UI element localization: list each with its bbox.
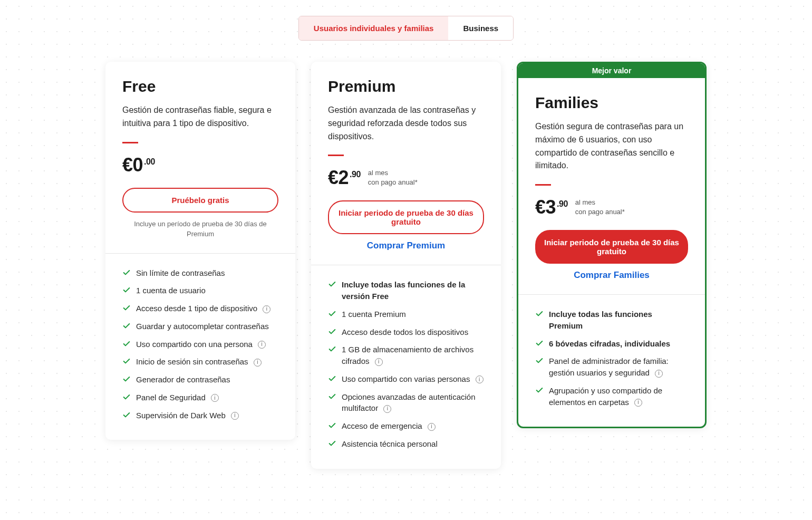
divider-accent [122, 142, 138, 143]
plan-card-free: Free Gestión de contraseñas fiable, segu… [105, 62, 295, 440]
feature-item: Incluye todas las funciones de la versió… [328, 279, 484, 302]
check-icon [122, 340, 131, 348]
plan-desc: Gestión segura de contraseñas para un má… [535, 120, 688, 172]
feature-text: Agrupación y uso compartido de elementos… [549, 385, 688, 408]
feature-text: Uso compartido con una persona i [136, 339, 266, 350]
feature-text: Opciones avanzadas de autenticación mult… [342, 391, 484, 415]
currency: € [328, 167, 339, 188]
info-icon[interactable]: i [428, 423, 436, 431]
info-icon[interactable]: i [476, 375, 484, 383]
plan-tabs-inner: Usuarios individuales y familias Busines… [298, 16, 514, 41]
info-icon[interactable]: i [263, 305, 270, 313]
check-icon [122, 357, 131, 365]
price-sub-line2: con pago anual* [575, 207, 625, 217]
feature-item: Incluye todas las funciones Premium [535, 309, 688, 332]
feature-text: 1 cuenta Premium [342, 309, 406, 320]
cta-premium[interactable]: Iniciar periodo de prueba de 30 días gra… [328, 200, 484, 234]
feature-item: Agrupación y uso compartido de elementos… [535, 385, 688, 408]
plan-desc: Gestión de contraseñas fiable, segura e … [122, 104, 278, 130]
feature-item: 6 bóvedas cifradas, individuales [535, 338, 688, 350]
check-icon [328, 328, 336, 336]
feature-item: Uso compartido con una persona i [122, 339, 278, 350]
check-icon [535, 357, 544, 365]
features-families: Incluye todas las funciones Premium6 bóv… [518, 295, 705, 427]
feature-text: Inicio de sesión sin contraseñas i [136, 356, 262, 368]
check-icon [328, 310, 336, 318]
plan-name: Premium [328, 78, 484, 95]
price-sub-line2: con pago anual* [368, 178, 418, 187]
features-free: Sin límite de contraseñas1 cuenta de usu… [105, 254, 295, 440]
currency: € [122, 154, 133, 176]
price-cents: .90 [350, 170, 361, 179]
feature-text: 1 cuenta de usuario [136, 285, 206, 296]
feature-text: Panel de Seguridad i [136, 392, 219, 403]
price-amount: 2 [339, 167, 349, 188]
check-icon [122, 286, 131, 294]
feature-text: Acceso desde 1 tipo de dispositivo i [136, 303, 270, 314]
check-icon [328, 374, 336, 383]
feature-item: Acceso desde 1 tipo de dispositivo i [122, 303, 278, 314]
plan-price: €3.90 [535, 196, 568, 218]
plan-price: €0.00 [122, 154, 155, 176]
feature-text: Asistencia técnica personal [342, 438, 438, 450]
divider-accent [328, 155, 344, 156]
feature-item: Acceso de emergencia i [328, 420, 484, 432]
tab-business[interactable]: Business [448, 16, 513, 40]
feature-text: Incluye todas las funciones de la versió… [342, 279, 484, 302]
price-sub-line1: al mes [368, 168, 418, 178]
plan-price: €2.90 [328, 167, 361, 189]
feature-item: 1 GB de almacenamiento de archivos cifra… [328, 344, 484, 367]
feature-item: Acceso desde todos los dispositivos [328, 326, 484, 338]
divider-accent [535, 184, 551, 186]
check-icon [122, 304, 131, 312]
check-icon [328, 392, 336, 401]
check-icon [328, 421, 336, 430]
buy-families-link[interactable]: Comprar Families [535, 270, 688, 281]
check-icon [122, 411, 131, 419]
plan-tabs: Usuarios individuales y familias Busines… [32, 16, 780, 41]
info-icon[interactable]: i [254, 359, 262, 367]
currency: € [535, 196, 546, 218]
info-icon[interactable]: i [634, 399, 642, 407]
note-free: Incluye un período de prueba de 30 días … [122, 219, 278, 239]
best-value-badge: Mejor valor [518, 63, 705, 78]
cta-free[interactable]: Pruébelo gratis [122, 188, 278, 213]
check-icon [122, 375, 131, 383]
pricing-cards: Free Gestión de contraseñas fiable, segu… [32, 62, 780, 469]
price-sub: al mes con pago anual* [368, 168, 418, 187]
check-icon [328, 280, 336, 288]
info-icon[interactable]: i [383, 405, 391, 413]
feature-item: Panel de Seguridad i [122, 392, 278, 403]
info-icon[interactable]: i [655, 370, 663, 378]
feature-item: Supervisión de Dark Web i [122, 410, 278, 421]
check-icon [122, 268, 131, 277]
feature-text: Incluye todas las funciones Premium [549, 309, 688, 332]
buy-premium-link[interactable]: Comprar Premium [328, 240, 484, 251]
feature-item: Opciones avanzadas de autenticación mult… [328, 391, 484, 415]
feature-text: Acceso de emergencia i [342, 420, 436, 432]
price-cents: .00 [144, 157, 155, 166]
feature-item: Guardar y autocompletar contraseñas [122, 321, 278, 332]
feature-item: Sin límite de contraseñas [122, 267, 278, 279]
info-icon[interactable]: i [211, 394, 219, 402]
feature-text: Acceso desde todos los dispositivos [342, 326, 468, 338]
feature-text: Supervisión de Dark Web i [136, 410, 239, 421]
feature-text: Uso compartido con varias personas i [342, 373, 484, 385]
feature-text: 1 GB de almacenamiento de archivos cifra… [342, 344, 484, 367]
feature-text: Guardar y autocompletar contraseñas [136, 321, 269, 332]
cta-families[interactable]: Iniciar periodo de prueba de 30 días gra… [535, 230, 688, 264]
check-icon [328, 439, 336, 448]
info-icon[interactable]: i [258, 341, 266, 349]
price-cents: .90 [557, 199, 568, 208]
info-icon[interactable]: i [375, 358, 383, 366]
feature-item: 1 cuenta Premium [328, 309, 484, 320]
info-icon[interactable]: i [231, 412, 239, 420]
check-icon [535, 339, 544, 348]
plan-card-premium: Premium Gestión avanzada de las contrase… [311, 62, 501, 469]
price-amount: 0 [133, 154, 143, 176]
feature-item: Panel de administrador de familia: gesti… [535, 355, 688, 379]
feature-text: Panel de administrador de familia: gesti… [549, 355, 688, 379]
feature-item: Asistencia técnica personal [328, 438, 484, 450]
check-icon [328, 345, 336, 353]
tab-individual[interactable]: Usuarios individuales y familias [299, 16, 449, 40]
